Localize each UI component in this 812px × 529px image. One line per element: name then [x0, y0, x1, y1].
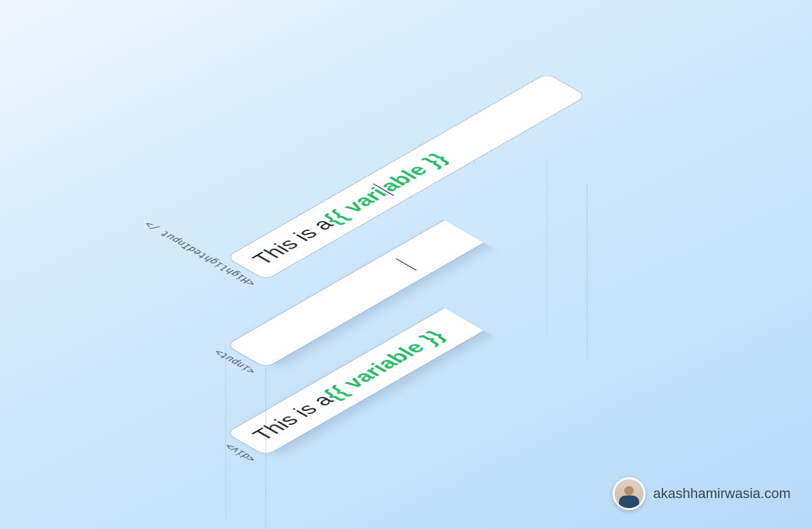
guide-line — [266, 368, 266, 529]
layer-highlighted-text: This is a — [247, 215, 339, 268]
text-caret-icon — [396, 258, 417, 270]
layer-highlighted-var-part2: able }} — [374, 150, 453, 195]
layer-highlighted-var-part1: {{ vari — [317, 184, 392, 227]
site-url: akashhamirwasia.com — [653, 485, 791, 502]
diagram-stage: This is a {{ variable }} <div> <input> T… — [59, 18, 753, 511]
avatar — [613, 477, 645, 510]
layer-div-variable: {{ variable }} — [317, 327, 450, 403]
guide-line — [587, 184, 587, 360]
credit: akashhamirwasia.com — [613, 477, 791, 510]
layer-div-text: This is a — [247, 391, 339, 444]
guide-line — [225, 345, 226, 521]
